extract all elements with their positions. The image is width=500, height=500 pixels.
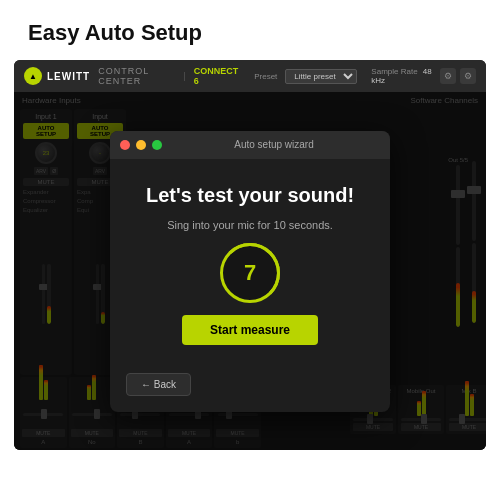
control-center-text: CONTROL CENTER: [98, 66, 175, 86]
timer-circle: 7: [220, 243, 280, 303]
close-icon[interactable]: [120, 140, 130, 150]
minimize-icon[interactable]: [136, 140, 146, 150]
modal-titlebar: Auto setup wizard: [110, 131, 390, 159]
modal-footer: ← Back: [110, 365, 390, 412]
modal-overlay: Auto setup wizard Let's test your sound!…: [14, 92, 486, 450]
auto-setup-modal: Auto setup wizard Let's test your sound!…: [110, 131, 390, 412]
separator: |: [183, 71, 185, 81]
page-title: Easy Auto Setup: [0, 0, 500, 60]
back-button[interactable]: ← Back: [126, 373, 191, 396]
modal-subtext: Sing into your mic for 10 seconds.: [167, 219, 333, 231]
app-header: ▲ LEWITT CONTROL CENTER | CONNECT 6 Pres…: [14, 60, 486, 92]
modal-heading: Let's test your sound!: [146, 183, 354, 207]
timer-number: 7: [244, 260, 256, 286]
logo-icon: ▲: [24, 67, 42, 85]
start-measure-button[interactable]: Start measure: [182, 315, 318, 345]
lewitt-logo: ▲ LEWITT: [24, 67, 90, 85]
preset-label: Preset: [254, 72, 277, 81]
settings-icon[interactable]: ⚙: [440, 68, 456, 84]
gear-icons: ⚙ ⚙: [440, 68, 476, 84]
modal-title: Auto setup wizard: [168, 139, 380, 150]
modal-body: Let's test your sound! Sing into your mi…: [110, 159, 390, 365]
main-content: Hardware Inputs Software Channels Input …: [14, 92, 486, 450]
preset-select[interactable]: Little preset: [285, 69, 357, 84]
connect-text: CONNECT 6: [194, 66, 239, 86]
maximize-icon[interactable]: [152, 140, 162, 150]
config-icon[interactable]: ⚙: [460, 68, 476, 84]
app-container: ▲ LEWITT CONTROL CENTER | CONNECT 6 Pres…: [14, 60, 486, 450]
sample-rate: Sample Rate 48 kHz: [371, 67, 432, 85]
logo-text: LEWITT: [47, 71, 90, 82]
